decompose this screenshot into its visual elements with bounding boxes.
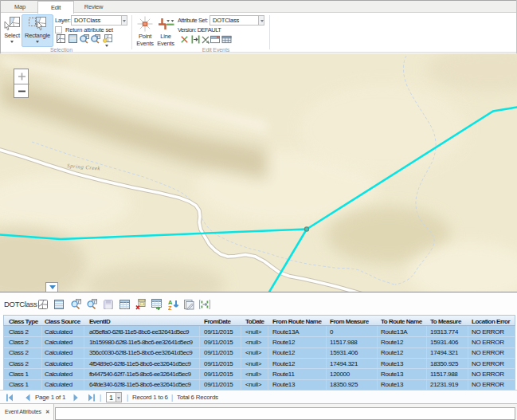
svg-text:Z: Z: [168, 304, 172, 311]
